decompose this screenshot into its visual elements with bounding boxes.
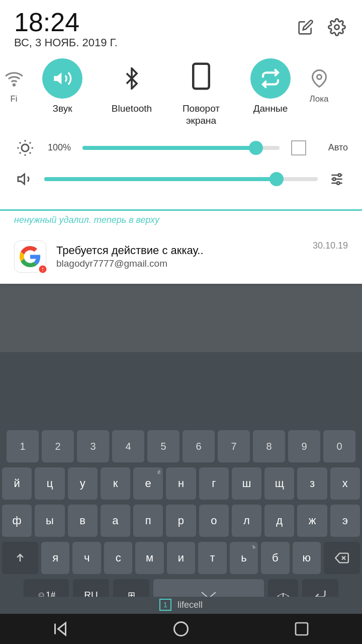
key-3[interactable]: 3 <box>77 430 109 462</box>
bluetooth-label: Bluetooth <box>112 103 152 115</box>
key-о[interactable]: о <box>199 505 229 537</box>
auto-label: Авто <box>318 142 348 153</box>
key-ч[interactable]: ч <box>72 542 101 574</box>
notif-warning-badge <box>37 264 48 275</box>
auto-brightness-toggle[interactable] <box>288 137 310 159</box>
svg-line-9 <box>30 152 31 153</box>
key-ц[interactable]: ц <box>35 467 64 500</box>
key-shift[interactable] <box>2 542 38 574</box>
key-м[interactable]: м <box>135 542 163 574</box>
time-display: 18:24 <box>14 9 118 35</box>
carrier-bar: 1 lifecell <box>0 597 362 613</box>
svg-point-19 <box>333 178 335 180</box>
key-т[interactable]: т <box>198 542 226 574</box>
toggle-data[interactable]: Данные <box>236 58 305 115</box>
key-л[interactable]: л <box>232 505 261 537</box>
svg-point-5 <box>22 144 29 151</box>
notif-content: Требуется действие с аккау.. blagodyr777… <box>56 244 303 269</box>
toggle-rotation[interactable]: Поворотэкрана <box>166 58 236 127</box>
data-label: Данные <box>253 103 288 115</box>
key-р[interactable]: р <box>166 505 196 537</box>
toggle-wifi-partial[interactable]: Fi <box>0 58 28 104</box>
location-label: Лока <box>310 94 329 104</box>
svg-rect-30 <box>296 623 308 635</box>
volume-settings-icon[interactable] <box>326 168 348 190</box>
key-2[interactable]: 2 <box>42 430 74 462</box>
sound-label: Звук <box>53 103 72 115</box>
volume-slider[interactable] <box>44 177 318 181</box>
notif-time: 30.10.19 <box>313 240 348 251</box>
nav-back-button[interactable] <box>40 616 80 641</box>
sound-icon-circle <box>42 58 82 99</box>
brightness-slider[interactable] <box>82 146 280 150</box>
nav-recents-button[interactable] <box>282 616 322 641</box>
toggle-sound[interactable]: Звук <box>28 58 97 115</box>
bluetooth-icon-outline <box>112 58 152 99</box>
notification-card[interactable]: Требуется действие с аккау.. blagodyr777… <box>0 229 362 284</box>
key-п[interactable]: п <box>133 505 163 537</box>
key-8[interactable]: 8 <box>253 430 285 462</box>
key-я[interactable]: я <box>41 542 69 574</box>
svg-point-29 <box>174 622 188 636</box>
key-ф[interactable]: ф <box>2 505 32 537</box>
keyboard-row-numbers: 1 2 3 4 5 6 7 8 9 0 <box>0 428 362 465</box>
key-ж[interactable]: ж <box>297 505 327 537</box>
keyboard-row-2: й ц у к её н г ш щ з х <box>0 465 362 502</box>
key-к[interactable]: к <box>101 467 130 500</box>
key-г[interactable]: г <box>199 467 229 500</box>
settings-button[interactable] <box>326 16 348 38</box>
toggle-location-partial[interactable]: Лока <box>305 58 333 104</box>
key-й[interactable]: й <box>2 467 32 500</box>
wifi-label: Fi <box>10 94 17 104</box>
key-х[interactable]: х <box>330 467 360 500</box>
key-э[interactable]: э <box>330 505 360 537</box>
nav-home-button[interactable] <box>161 616 201 641</box>
keyboard-row-4: я ч с м и т ьъ б ю <box>0 539 362 577</box>
volume-row <box>14 168 348 190</box>
svg-marker-27 <box>58 623 66 635</box>
key-ш[interactable]: ш <box>232 467 261 500</box>
svg-point-1 <box>13 84 15 86</box>
svg-point-0 <box>335 25 339 30</box>
key-4[interactable]: 4 <box>112 430 144 462</box>
key-щ[interactable]: щ <box>264 467 294 500</box>
notif-subtitle: blagodyr7777@gmail.com <box>56 258 303 269</box>
key-б[interactable]: б <box>261 542 289 574</box>
key-0[interactable]: 0 <box>323 430 355 462</box>
bottom-nav <box>0 614 362 644</box>
key-7[interactable]: 7 <box>218 430 250 462</box>
brightness-label: 100% <box>44 142 74 153</box>
key-у[interactable]: у <box>68 467 98 500</box>
key-н[interactable]: н <box>166 467 196 500</box>
key-з[interactable]: з <box>297 467 327 500</box>
auto-checkbox[interactable] <box>291 140 306 155</box>
key-с[interactable]: с <box>104 542 132 574</box>
key-ь[interactable]: ьъ <box>230 542 258 574</box>
date-display: ВС, 3 НОЯБ. 2019 Г. <box>14 36 118 49</box>
key-ы[interactable]: ы <box>35 505 64 537</box>
rotation-icon-outline <box>181 58 221 99</box>
svg-point-4 <box>317 75 321 79</box>
key-6[interactable]: 6 <box>183 430 215 462</box>
toggle-row: Fi Звук Bluetooth <box>0 53 362 132</box>
keyboard-row-3: ф ы в а п р о л д ж э <box>0 502 362 539</box>
svg-line-8 <box>20 142 21 143</box>
svg-point-20 <box>337 182 339 184</box>
key-е[interactable]: её <box>133 467 163 500</box>
time-block: 18:24 ВС, 3 НОЯБ. 2019 Г. <box>14 9 118 49</box>
svg-point-23 <box>42 270 43 271</box>
edit-button[interactable] <box>295 16 317 38</box>
key-ю[interactable]: ю <box>293 542 321 574</box>
key-1[interactable]: 1 <box>7 430 39 462</box>
toggle-bluetooth[interactable]: Bluetooth <box>97 58 166 115</box>
key-9[interactable]: 9 <box>288 430 320 462</box>
key-д[interactable]: д <box>264 505 294 537</box>
key-в[interactable]: в <box>68 505 98 537</box>
brightness-row: 100% Авто <box>14 137 348 159</box>
sliders-section: 100% Авто <box>0 132 362 190</box>
key-delete[interactable] <box>324 542 360 574</box>
key-5[interactable]: 5 <box>147 430 179 462</box>
key-а[interactable]: а <box>101 505 130 537</box>
location-icon <box>308 67 330 90</box>
key-и[interactable]: и <box>167 542 195 574</box>
